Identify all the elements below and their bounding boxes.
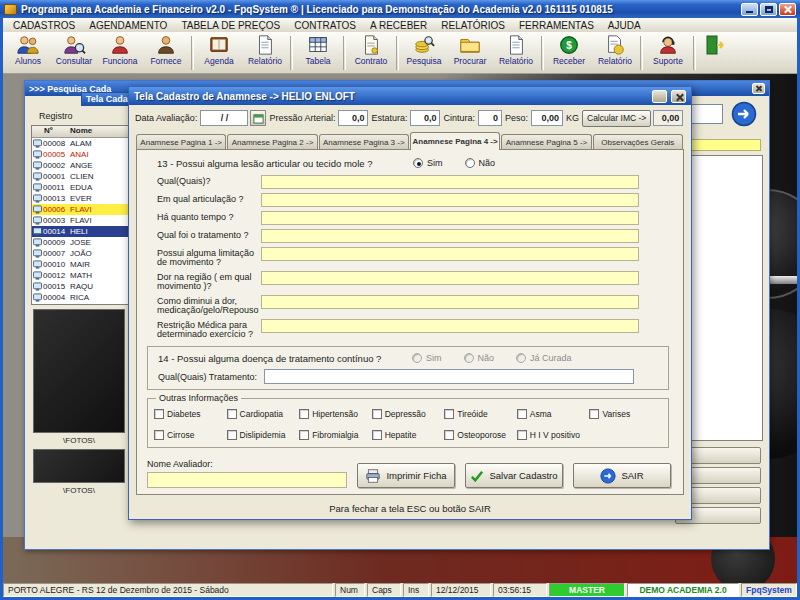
qual-tratamento-input[interactable]	[264, 369, 634, 384]
list-item[interactable]: 00004RICA	[32, 292, 128, 303]
toolbar-button-suporte[interactable]: Suporte	[645, 33, 691, 73]
list-item[interactable]: 00015RAQU	[32, 281, 128, 292]
minimize-button[interactable]	[741, 3, 758, 16]
toolbar-button-relatorio-pesquisa[interactable]: Relatório	[493, 33, 539, 73]
dialog-help-button[interactable]	[652, 90, 667, 103]
toolbar-button-tabela[interactable]: Tabela	[295, 33, 341, 73]
checkbox-box[interactable]	[299, 409, 309, 419]
qual-quais-input[interactable]	[261, 175, 639, 189]
checkbox-cardiopatia[interactable]: Cardiopatia	[227, 409, 300, 419]
toolbar-button-relatorio-receber[interactable]: Relatório	[592, 33, 638, 73]
checkbox-asma[interactable]: Asma	[517, 409, 590, 419]
toolbar-button-alunos[interactable]: Alunos	[5, 33, 51, 73]
list-item[interactable]: 00008ALAM	[32, 138, 128, 149]
restricao-medica-input[interactable]	[261, 319, 639, 333]
checkbox-box[interactable]	[299, 430, 309, 440]
menu-tabela-precos[interactable]: TABELA DE PREÇOS	[174, 20, 287, 31]
list-item[interactable]: 00002ANGE	[32, 160, 128, 171]
tab-anamnese-2[interactable]: Anamnese Pagina 2 ->	[227, 134, 317, 149]
list-item[interactable]: 00007JOÃO	[32, 248, 128, 259]
list-item[interactable]: 00012MATH	[32, 270, 128, 281]
checkbox-tireoide[interactable]: Tireóide	[444, 409, 517, 419]
toolbar-button-funcionario[interactable]: Funciona	[97, 33, 143, 73]
toolbar-button-pesquisa[interactable]: Pesquisa	[401, 33, 447, 73]
q13-nao-option[interactable]: Não	[465, 158, 496, 168]
tab-anamnese-1[interactable]: Anamnese Pagina 1 ->	[136, 134, 226, 149]
dor-regiao-input[interactable]	[261, 271, 639, 285]
cintura-field[interactable]: 0	[478, 110, 502, 126]
menu-ajuda[interactable]: AJUDA	[601, 20, 648, 31]
checkbox-hepatite[interactable]: Hepatite	[372, 430, 445, 440]
tab-anamnese-5[interactable]: Anamnese Pagina 5 ->	[501, 134, 591, 149]
checkbox-fibromialgia[interactable]: Fibromialgia	[299, 430, 372, 440]
q14-nao-option[interactable]: Não	[464, 353, 495, 363]
checkbox-box[interactable]	[227, 430, 237, 440]
q13-sim-option[interactable]: Sim	[413, 158, 443, 168]
tratamento-input[interactable]	[261, 229, 639, 243]
peso-field[interactable]: 0,00	[531, 110, 563, 126]
list-item[interactable]: 00003FLAVI	[32, 215, 128, 226]
checkbox-varises[interactable]: Varises	[589, 409, 662, 419]
checkbox-box[interactable]	[154, 430, 164, 440]
dialog-close-button[interactable]	[671, 90, 686, 103]
toolbar-button-relatorio-agenda[interactable]: Relatório	[242, 33, 288, 73]
q14-sim-option[interactable]: Sim	[412, 353, 442, 363]
limitacao-input[interactable]	[261, 247, 639, 261]
checkbox-cirrose[interactable]: Cirrose	[154, 430, 227, 440]
go-button[interactable]	[731, 101, 757, 127]
checkbox-box[interactable]	[372, 430, 382, 440]
menu-relatorios[interactable]: RELATÓRIOS	[434, 20, 512, 31]
list-item[interactable]: 00009JOSE	[32, 237, 128, 248]
toolbar-button-fornecedor[interactable]: Fornece	[143, 33, 189, 73]
checkbox-box[interactable]	[154, 409, 164, 419]
menu-ferramentas[interactable]: FERRAMENTAS	[512, 20, 601, 31]
tab-observacoes[interactable]: Observações Gerais	[593, 134, 683, 149]
menu-cadastros[interactable]: CADASTROS	[6, 20, 82, 31]
pressao-field[interactable]: 0,0	[338, 110, 368, 126]
nome-avaliador-input[interactable]	[147, 472, 347, 488]
checkbox-diabetes[interactable]: Diabetes	[154, 409, 227, 419]
q14-ja-curada-option[interactable]: Já Curada	[516, 353, 572, 363]
list-item[interactable]: 00001CLIEN	[32, 171, 128, 182]
list-item[interactable]: 00010MAIR	[32, 259, 128, 270]
checkbox-box[interactable]	[444, 409, 454, 419]
menu-agendamento[interactable]: AGENDAMENTO	[82, 20, 174, 31]
menu-contratos[interactable]: CONTRATOS	[287, 20, 363, 31]
list-item[interactable]: 00005ANAI	[32, 149, 128, 160]
toolbar-button-procurar[interactable]: Procurar	[447, 33, 493, 73]
radio-ja-curada[interactable]	[516, 353, 526, 363]
radio-sim[interactable]	[412, 353, 422, 363]
calendar-button[interactable]	[250, 110, 266, 126]
checkbox-hipertensao[interactable]: Hipertensão	[299, 409, 372, 419]
salvar-cadastro-button[interactable]: Salvar Cadastro	[465, 463, 563, 488]
list-item[interactable]: 00013EVER	[32, 193, 128, 204]
checkbox-box[interactable]	[372, 409, 382, 419]
data-avaliacao-field[interactable]: / /	[200, 110, 248, 126]
tab-anamnese-3[interactable]: Anamnese Pagina 3 ->	[319, 134, 409, 149]
toolbar-button-agenda[interactable]: Agenda	[196, 33, 242, 73]
checkbox-hiv-positivo[interactable]: H I V positivo	[517, 430, 590, 440]
checkbox-box[interactable]	[517, 409, 527, 419]
tab-anamnese-4[interactable]: Anamnese Pagina 4 ->	[410, 132, 500, 150]
radio-nao[interactable]	[465, 158, 475, 168]
list-item-selected[interactable]: 00014HELI	[32, 226, 128, 237]
list-item[interactable]: 00011EDUA	[32, 182, 128, 193]
calcular-imc-button[interactable]: Calcular IMC ->	[582, 110, 651, 127]
checkbox-dislipidemia[interactable]: Dislipidemia	[227, 430, 300, 440]
checkbox-box[interactable]	[589, 409, 599, 419]
imprimir-ficha-button[interactable]: Imprimir Ficha	[357, 463, 455, 488]
list-item[interactable]: 00006FLAVI	[32, 204, 128, 215]
checkbox-box[interactable]	[517, 430, 527, 440]
checkbox-box[interactable]	[444, 430, 454, 440]
checkbox-osteoporose[interactable]: Osteoporose	[444, 430, 517, 440]
close-button[interactable]	[779, 3, 796, 16]
toolbar-button-contrato[interactable]: Contrato	[348, 33, 394, 73]
quanto-tempo-input[interactable]	[261, 211, 639, 225]
menu-a-receber[interactable]: A RECEBER	[363, 20, 434, 31]
toolbar-button-consultar[interactable]: Consultar	[51, 33, 97, 73]
checkbox-box[interactable]	[227, 409, 237, 419]
radio-sim[interactable]	[413, 158, 423, 168]
radio-nao[interactable]	[464, 353, 474, 363]
articulacao-input[interactable]	[261, 193, 639, 207]
estatura-field[interactable]: 0,0	[410, 110, 440, 126]
